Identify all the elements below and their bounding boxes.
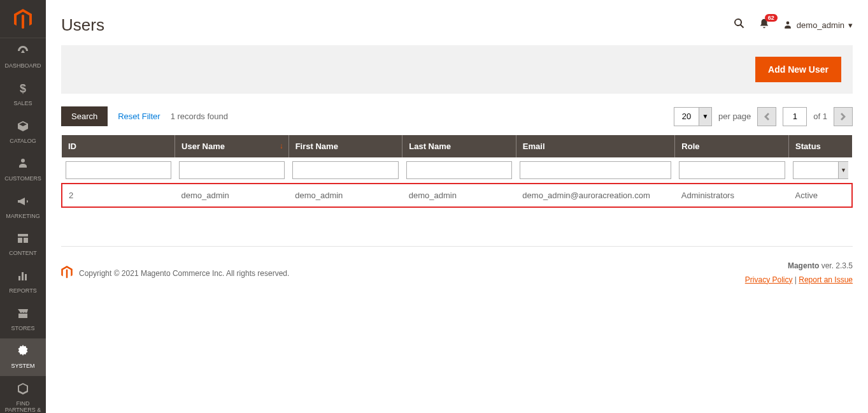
filter-firstname-input[interactable] [292, 161, 399, 179]
box-icon [17, 120, 29, 136]
person-icon [17, 157, 29, 173]
sidebar-label: MARKETING [6, 214, 40, 220]
sidebar-label: CATALOG [10, 138, 36, 145]
column-header-status[interactable]: Status [789, 135, 852, 157]
sidebar-item-sales[interactable]: $ SALES [0, 76, 46, 113]
version-label: Magento [788, 261, 819, 270]
sidebar-label: CUSTOMERS [4, 176, 41, 182]
column-header-username[interactable]: User Name↓ [175, 135, 289, 157]
dollar-icon: $ [17, 82, 29, 98]
column-header-id[interactable]: ID [62, 135, 175, 157]
filter-status-select[interactable] [793, 161, 848, 179]
gear-icon [17, 345, 29, 361]
sidebar-label: STORES [11, 326, 35, 332]
magento-logo-small [61, 266, 73, 280]
cell-status: Active [789, 184, 852, 207]
table-row[interactable]: 2 demo_admin demo_admin demo_admin demo_… [62, 184, 852, 207]
per-page-selector[interactable]: ▼ [674, 107, 712, 126]
action-bar: Add New User [61, 45, 853, 94]
column-header-lastname[interactable]: Last Name [402, 135, 516, 157]
sidebar-label: REPORTS [9, 288, 36, 294]
admin-sidebar: DASHBOARD $ SALES CATALOG CUSTOMERS MARK… [0, 0, 46, 413]
sidebar-label: CONTENT [9, 250, 37, 257]
per-page-dropdown-button[interactable]: ▼ [699, 108, 711, 126]
main-content: Users 62 demo_admin ▾ Add New User [46, 0, 868, 413]
filter-role-input[interactable] [679, 161, 785, 179]
reset-filter-link[interactable]: Reset Filter [118, 112, 160, 121]
magento-logo[interactable] [0, 0, 46, 38]
sidebar-item-content[interactable]: CONTENT [0, 226, 46, 263]
per-page-label: per page [718, 112, 751, 121]
page-number-input[interactable] [783, 107, 807, 126]
sidebar-item-marketing[interactable]: MARKETING [0, 189, 46, 226]
bars-icon [17, 270, 29, 286]
search-button[interactable]: Search [61, 106, 108, 126]
filter-lastname-input[interactable] [406, 161, 513, 179]
sidebar-item-customers[interactable]: CUSTOMERS [0, 151, 46, 189]
page-footer: Copyright © 2021 Magento Commerce Inc. A… [61, 246, 853, 287]
column-header-role[interactable]: Role [675, 135, 789, 157]
filter-email-input[interactable] [520, 161, 671, 179]
cell-lastname: demo_admin [402, 184, 516, 207]
cell-email: demo_admin@auroracreation.com [516, 184, 675, 207]
sidebar-item-reports[interactable]: REPORTS [0, 263, 46, 301]
page-total-label: of 1 [813, 112, 827, 121]
notifications-icon[interactable]: 62 [758, 18, 770, 33]
column-header-email[interactable]: Email [516, 135, 675, 157]
records-found: 1 records found [171, 112, 228, 121]
dashboard-icon [17, 45, 29, 61]
chevron-down-icon: ▾ [848, 20, 853, 30]
copyright-text: Copyright © 2021 Magento Commerce Inc. A… [79, 269, 289, 278]
next-page-button[interactable] [834, 107, 853, 126]
prev-page-button[interactable] [757, 107, 776, 126]
cube-icon [17, 382, 29, 398]
cell-firstname: demo_admin [288, 184, 402, 207]
filter-username-input[interactable] [179, 161, 285, 179]
cell-role: Administrators [675, 184, 789, 207]
user-menu[interactable]: demo_admin ▾ [783, 20, 853, 31]
sidebar-item-system[interactable]: SYSTEM [0, 338, 46, 376]
sidebar-item-partners[interactable]: FIND PARTNERS & EXTENSIONS [0, 376, 46, 413]
cell-id: 2 [62, 184, 175, 207]
sidebar-label: FIND PARTNERS & EXTENSIONS [3, 401, 43, 413]
sidebar-item-catalog[interactable]: CATALOG [0, 113, 46, 151]
filter-row: ▼ [62, 157, 852, 184]
version-number: ver. 2.3.5 [819, 261, 853, 270]
user-name: demo_admin [797, 20, 844, 30]
stores-icon [17, 307, 29, 323]
cell-username: demo_admin [175, 184, 289, 207]
sidebar-item-stores[interactable]: STORES [0, 301, 46, 338]
privacy-policy-link[interactable]: Privacy Policy [745, 275, 793, 284]
sidebar-label: DASHBOARD [4, 63, 41, 69]
add-new-user-button[interactable]: Add New User [755, 57, 841, 82]
per-page-input[interactable] [674, 108, 699, 126]
search-icon[interactable] [733, 17, 746, 33]
column-header-firstname[interactable]: First Name [288, 135, 402, 157]
notification-count: 62 [765, 14, 778, 22]
svg-text:$: $ [20, 82, 26, 95]
sidebar-label: SALES [13, 101, 32, 107]
layout-icon [17, 232, 29, 248]
sidebar-label: SYSTEM [11, 363, 34, 370]
megaphone-icon [17, 195, 29, 211]
sidebar-item-dashboard[interactable]: DASHBOARD [0, 38, 46, 76]
page-title: Users [61, 15, 104, 35]
filter-id-input[interactable] [66, 161, 171, 179]
sort-indicator-icon: ↓ [280, 141, 283, 150]
report-issue-link[interactable]: Report an Issue [799, 275, 853, 284]
user-icon [783, 20, 793, 31]
users-table: ID User Name↓ First Name Last Name Email… [61, 135, 853, 208]
